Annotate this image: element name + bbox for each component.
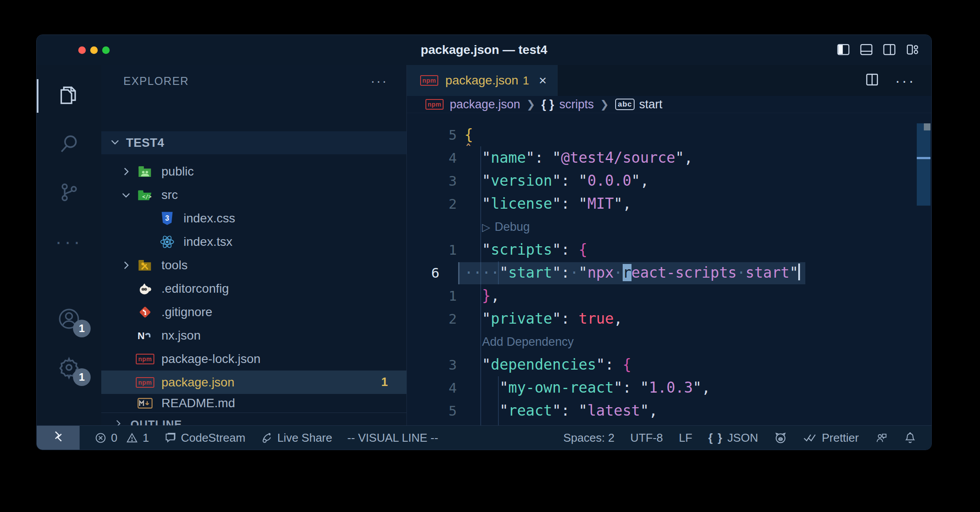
status-item-eol[interactable]: LF — [679, 431, 692, 445]
chevron-right-icon: ❯ — [600, 98, 609, 111]
code-area[interactable]: 5{ˆ4 "name": "@test4/source",3 "version"… — [407, 113, 931, 426]
code-text: }, — [464, 284, 500, 307]
npm-icon: npm — [425, 99, 444, 110]
code-line[interactable]: 2 "private": true, — [407, 307, 931, 330]
editor-group: npm package.json 1 × ··· npm package.jso… — [407, 65, 931, 426]
status-item-codestream[interactable]: CodeStream — [164, 431, 245, 445]
nx-icon: N — [138, 329, 152, 343]
line-number: 2 — [407, 192, 457, 215]
accounts-button[interactable]: 1 — [37, 298, 101, 342]
code-line[interactable]: 1 "scripts": { — [407, 238, 931, 261]
chevron-right-icon: ❯ — [526, 98, 535, 111]
toggle-panel-icon[interactable] — [860, 43, 873, 56]
chevron-down-icon — [120, 189, 132, 201]
file-label: src — [161, 188, 178, 202]
code-line[interactable]: 5{ˆ — [407, 123, 931, 146]
code-text: "react": "latest", — [464, 399, 658, 422]
breadcrumb-start[interactable]: start — [639, 98, 662, 111]
line-number: 5 — [407, 123, 457, 146]
explorer-view-button[interactable] — [37, 74, 101, 118]
status-item-warnings[interactable]: 1 — [126, 431, 149, 445]
codelens-row[interactable]: Add Dependency — [407, 330, 931, 353]
braces-icon: { } — [541, 98, 554, 111]
customize-layout-icon[interactable] — [906, 43, 919, 56]
file-tree: public</>src3index.cssindex.tsxtools.edi… — [101, 160, 406, 413]
pig-icon — [774, 431, 787, 444]
svg-text:</>: </> — [142, 193, 151, 199]
tree-item-readme-md[interactable]: README.md — [101, 394, 406, 413]
code-line[interactable]: 6····"start":·"npx·react-scripts·start" — [407, 261, 931, 284]
status-item-live-share[interactable]: Live Share — [260, 431, 332, 445]
code-line[interactable]: 5 "react": "latest", — [407, 399, 931, 422]
line-number: 2 — [407, 307, 457, 330]
explorer-sidebar: EXPLORER ··· TEST4 public</>src3index.cs… — [101, 65, 407, 426]
tree-item-package-json[interactable]: npmpackage.json1 — [101, 371, 406, 394]
status-item-language-mode[interactable]: { }JSON — [708, 431, 758, 445]
breadcrumb-scripts[interactable]: scripts — [559, 98, 594, 111]
file-label: public — [161, 164, 194, 179]
toggle-sidebar-icon[interactable] — [837, 43, 850, 56]
explorer-more-actions-icon[interactable]: ··· — [371, 73, 388, 88]
npm-icon: npm — [420, 75, 438, 86]
npm-icon: npm — [138, 352, 152, 366]
folder-public-icon — [138, 164, 152, 179]
toggle-secondary-sidebar-icon[interactable] — [883, 43, 896, 56]
files-icon — [57, 83, 81, 109]
liveshare-icon — [260, 432, 273, 444]
scrollbar-thumb[interactable] — [917, 123, 930, 206]
tree-item-index-css[interactable]: 3index.css — [101, 206, 406, 230]
tree-item--gitignore[interactable]: .gitignore — [101, 300, 406, 324]
close-icon[interactable]: × — [539, 73, 547, 88]
chevron-down-icon — [109, 136, 121, 149]
status-item-label: 0 — [111, 431, 117, 445]
tree-item-public[interactable]: public — [101, 160, 406, 183]
tree-item-src[interactable]: </>src — [101, 183, 406, 206]
tree-item-index-tsx[interactable]: index.tsx — [101, 230, 406, 253]
settings-button[interactable]: 1 — [37, 346, 101, 390]
status-item-feedback[interactable] — [875, 432, 888, 444]
tree-item-nx-json[interactable]: Nnx.json — [101, 324, 406, 347]
code-line[interactable]: 4 "name": "@test4/source", — [407, 146, 931, 169]
codelens-action[interactable]: Add Dependency — [482, 330, 574, 353]
code-text: "private": true, — [464, 307, 623, 330]
braces-icon: { } — [708, 431, 723, 445]
status-item-vim-mode[interactable]: -- VISUAL LINE -- — [347, 431, 438, 445]
ellipsis-icon: ··· — [55, 237, 83, 246]
code-line[interactable]: 4 "my-own-react": "1.0.3", — [407, 376, 931, 399]
tree-item-package-lock-json[interactable]: npmpackage-lock.json — [101, 347, 406, 371]
explorer-header-title: EXPLORER — [123, 75, 189, 88]
code-line[interactable]: 1 }, — [407, 284, 931, 307]
settings-badge: 1 — [73, 368, 91, 386]
status-item-errors[interactable]: 0 — [95, 431, 117, 445]
feedback-person-icon — [875, 432, 888, 444]
codelens-action[interactable]: ▷Debug — [482, 215, 530, 239]
status-item-indentation[interactable]: Spaces: 2 — [563, 431, 615, 445]
status-item-label: UTF-8 — [630, 431, 663, 445]
search-view-button[interactable] — [37, 122, 101, 167]
status-item-label: LF — [679, 431, 692, 445]
code-line[interactable]: 3 "dependencies": { — [407, 353, 931, 376]
tree-root-test4[interactable]: TEST4 — [101, 131, 406, 154]
status-item-notifications[interactable] — [904, 431, 916, 444]
split-editor-icon[interactable] — [865, 73, 879, 88]
search-icon — [57, 132, 81, 157]
remote-indicator[interactable] — [37, 426, 80, 450]
folder-tools-icon — [138, 258, 152, 272]
status-item-label: Live Share — [277, 431, 332, 445]
more-views-button[interactable]: ··· — [37, 220, 101, 264]
code-line[interactable]: 3 "version": "0.0.0", — [407, 169, 931, 192]
tree-item-tools[interactable]: tools — [101, 253, 406, 277]
more-actions-icon[interactable]: ··· — [895, 72, 915, 89]
code-line[interactable]: 2 "license": "MIT", — [407, 192, 931, 215]
source-control-view-button[interactable] — [37, 171, 101, 215]
source-control-icon — [57, 181, 80, 206]
code-text: "version": "0.0.0", — [464, 169, 649, 192]
breadcrumb-file[interactable]: package.json — [450, 98, 520, 111]
status-item-encoding[interactable]: UTF-8 — [630, 431, 663, 445]
tab-package-json[interactable]: npm package.json 1 × — [407, 65, 558, 96]
react-icon — [160, 235, 174, 249]
status-item-prettier[interactable]: Prettier — [803, 431, 859, 445]
status-item-pig-extension[interactable] — [774, 431, 787, 444]
tree-item--editorconfig[interactable]: .editorconfig — [101, 277, 406, 300]
codelens-row[interactable]: ▷Debug — [407, 215, 931, 238]
